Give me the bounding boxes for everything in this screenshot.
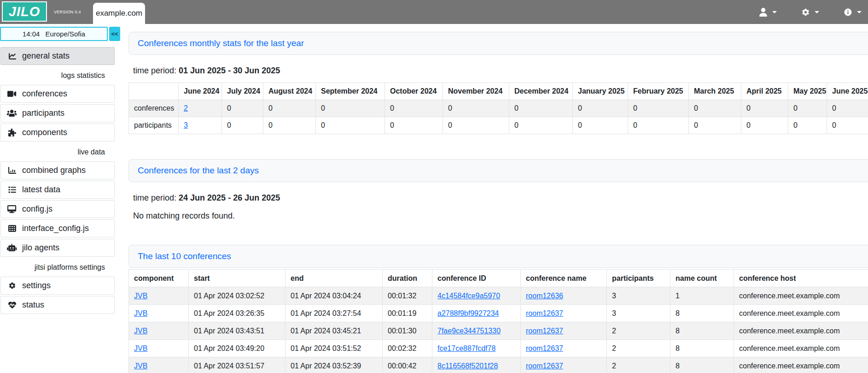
cell: 8	[670, 322, 734, 340]
cell: 2	[179, 100, 222, 117]
cell: room12637	[521, 322, 607, 340]
conference-name-link[interactable]: room12637	[526, 362, 563, 370]
last-2-days-card-header: Conferences for the last 2 days	[128, 159, 868, 182]
conference-name-link[interactable]: room12637	[526, 309, 563, 317]
component-link[interactable]: JVB	[134, 292, 147, 300]
column-header: June 2024	[179, 83, 222, 100]
component-link[interactable]: JVB	[134, 327, 147, 335]
clock-time: 14:04	[23, 30, 40, 38]
cell: 8	[670, 357, 734, 373]
cell: 0	[741, 100, 788, 117]
cell: 01 Apr 2024 03:45:21	[285, 322, 383, 340]
column-header	[129, 83, 179, 100]
sidebar-item-config-js[interactable]: config.js	[0, 200, 115, 218]
no-records-message: No matching records found.	[133, 211, 868, 221]
grid-icon	[7, 225, 17, 233]
video-icon	[7, 90, 17, 98]
cell: 01 Apr 2024 03:51:52	[285, 340, 383, 357]
monthly-stats-table: June 2024July 2024August 2024September 2…	[128, 83, 868, 134]
sidebar: 14:04 Europe/Sofia << general statslogs …	[0, 24, 122, 315]
conference-id-link[interactable]: fce17ce887fcdf78	[437, 344, 495, 352]
column-header: November 2024	[443, 83, 509, 100]
conference-id-link[interactable]: 4c14584fce9a5970	[437, 292, 500, 300]
cell: JVB	[129, 305, 189, 322]
sidebar-collapse-button[interactable]: <<	[109, 27, 120, 41]
sidebar-item-conferences[interactable]: conferences	[0, 85, 115, 103]
conferences-count-link[interactable]: 2	[184, 104, 188, 112]
user-menu[interactable]	[758, 8, 777, 17]
settings-menu[interactable]	[801, 8, 819, 17]
column-header: conference ID	[432, 270, 521, 287]
conference-name-link[interactable]: room12637	[526, 344, 563, 352]
cell: 1	[670, 287, 734, 305]
cell: 0	[385, 117, 443, 134]
column-header: January 2025	[573, 83, 628, 100]
conference-id-link[interactable]: a2788f9bf9927234	[437, 309, 499, 317]
cell: 0	[741, 117, 788, 134]
cell: 01 Apr 2024 03:04:24	[285, 287, 383, 305]
cell: 0	[827, 117, 868, 134]
column-header: conference host	[734, 270, 868, 287]
component-link[interactable]: JVB	[134, 309, 147, 317]
sidebar-item-label: latest data	[22, 185, 60, 195]
cell: 00:01:19	[383, 305, 432, 322]
section-monthly-stats: Conferences monthly stats for the last y…	[128, 32, 868, 134]
last-10-title-link[interactable]: The last 10 conferences	[138, 251, 231, 261]
sidebar-item-participants[interactable]: participants	[0, 104, 115, 122]
cell: conference.meet.example.com	[734, 340, 868, 357]
section-last-2-days: Conferences for the last 2 days time per…	[128, 159, 868, 221]
cell: 3	[607, 305, 670, 322]
row-label: conferences	[129, 100, 179, 117]
clock-box: 14:04 Europe/Sofia	[0, 27, 108, 41]
sidebar-item-settings[interactable]: settings	[0, 277, 115, 295]
info-menu[interactable]	[843, 8, 862, 17]
cell: 8c116568f5201f28	[432, 357, 521, 373]
circle-info-icon	[843, 8, 853, 17]
sidebar-item-label: config.js	[22, 204, 52, 214]
column-header: September 2024	[316, 83, 385, 100]
sidebar-item-components[interactable]: components	[0, 124, 115, 142]
column-header: name count	[670, 270, 734, 287]
cell: conference.meet.example.com	[734, 305, 868, 322]
main-content: Conferences monthly stats for the last y…	[128, 24, 868, 373]
last-2-days-title-link[interactable]: Conferences for the last 2 days	[138, 166, 259, 176]
cell: 0	[316, 117, 385, 134]
sidebar-item-label: combined graphs	[22, 166, 86, 175]
cell: 01 Apr 2024 03:26:35	[189, 305, 285, 322]
chevron-down-icon	[772, 11, 777, 13]
monthly-stats-title-link[interactable]: Conferences monthly stats for the last y…	[138, 38, 304, 48]
last-10-conferences-table: componentstartenddurationconference IDco…	[128, 269, 868, 373]
sidebar-item-label: interface_config.js	[22, 224, 89, 233]
column-header: participants	[607, 270, 670, 287]
component-link[interactable]: JVB	[134, 344, 147, 352]
conference-id-link[interactable]: 7fae9ce344751330	[437, 327, 501, 335]
users-icon	[7, 109, 17, 118]
sidebar-section-label: live data	[0, 143, 114, 161]
chevron-down-icon	[857, 11, 862, 13]
sidebar-item-latest-data[interactable]: latest data	[0, 181, 115, 199]
list-icon	[7, 186, 17, 194]
platform-tab-label: example.com	[96, 9, 142, 18]
desktop-icon	[7, 205, 17, 213]
sidebar-item-label: jilo agents	[22, 243, 59, 253]
cell: 00:01:32	[383, 287, 432, 305]
cell: 01 Apr 2024 03:49:20	[189, 340, 285, 357]
last-10-card-header: The last 10 conferences	[128, 245, 868, 268]
sidebar-item-interface-config-js[interactable]: interface_config.js	[0, 219, 115, 237]
conference-name-link[interactable]: room12637	[526, 327, 563, 335]
monthly-time-period: time period: 01 Jun 2025 - 30 Jun 2025	[133, 66, 868, 76]
participants-count-link[interactable]: 3	[184, 121, 188, 129]
component-link[interactable]: JVB	[134, 362, 147, 370]
conference-name-link[interactable]: room12636	[526, 292, 563, 300]
cell: fce17ce887fcdf78	[432, 340, 521, 357]
time-period-label: time period:	[133, 66, 176, 75]
platform-tab[interactable]: example.com	[93, 3, 145, 24]
sidebar-item-jilo-agents[interactable]: jilo agents	[0, 239, 115, 257]
sidebar-item-combined-graphs[interactable]: combined graphs	[0, 161, 115, 179]
sidebar-item-general-stats[interactable]: general stats	[0, 47, 115, 65]
cell: JVB	[129, 357, 189, 373]
cell: JVB	[129, 322, 189, 340]
conference-id-link[interactable]: 8c116568f5201f28	[437, 362, 498, 370]
sidebar-item-status[interactable]: status	[0, 296, 115, 314]
row-label: participants	[129, 117, 179, 134]
